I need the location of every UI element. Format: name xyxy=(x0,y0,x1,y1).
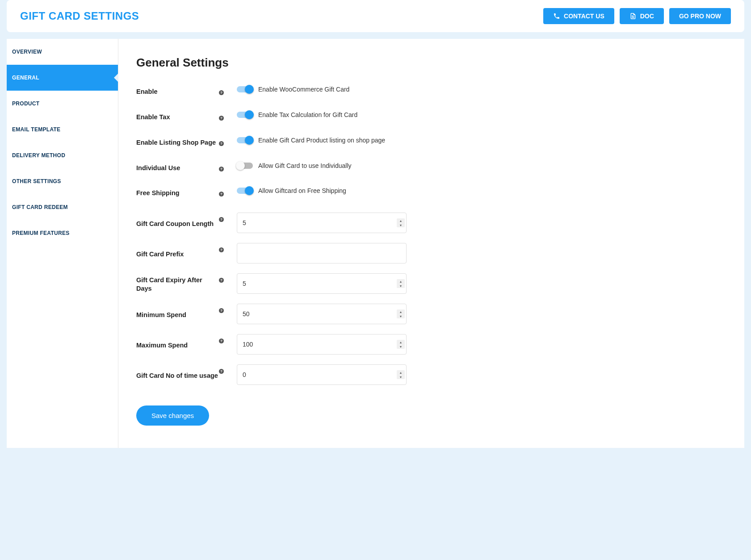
sidebar: OVERVIEW GENERAL PRODUCT EMAIL TEMPLATE … xyxy=(7,39,118,448)
desc-enable-tax: Enable Tax Calculation for Gift Card xyxy=(258,111,357,118)
chevron-down-icon[interactable]: ▼ xyxy=(397,314,405,318)
page-title: GIFT CARD SETTINGS xyxy=(20,10,139,22)
row-enable-tax: Enable Tax ? Enable Tax Calculation for … xyxy=(136,111,726,121)
doc-button[interactable]: DOC xyxy=(620,8,664,24)
spinner-min-spend[interactable]: ▲ ▼ xyxy=(397,309,405,318)
row-individual-use: Individual Use ? Allow Gift Card to use … xyxy=(136,162,726,172)
spinner-usage-times[interactable]: ▲ ▼ xyxy=(397,370,405,379)
chevron-up-icon[interactable]: ▲ xyxy=(397,218,405,223)
phone-icon xyxy=(553,13,560,20)
content-panel: General Settings Enable ? Enable WooComm… xyxy=(118,39,744,448)
input-usage-times[interactable] xyxy=(237,364,407,385)
sidebar-item-general[interactable]: GENERAL xyxy=(7,65,118,91)
chevron-up-icon[interactable]: ▲ xyxy=(397,309,405,314)
chevron-down-icon[interactable]: ▼ xyxy=(397,375,405,379)
sidebar-item-delivery-method[interactable]: DELIVERY METHOD xyxy=(7,142,118,168)
help-icon[interactable]: ? xyxy=(219,141,224,146)
label-enable-tax: Enable Tax xyxy=(136,111,219,121)
label-enable-listing: Enable Listing Shop Page xyxy=(136,137,219,147)
label-expiry-days: Gift Card Expiry After Days xyxy=(136,274,219,293)
label-prefix: Gift Card Prefix xyxy=(136,248,219,259)
sidebar-item-product[interactable]: PRODUCT xyxy=(7,91,118,117)
toggle-free-shipping[interactable] xyxy=(237,188,253,194)
help-icon[interactable]: ? xyxy=(219,308,224,313)
input-prefix[interactable] xyxy=(237,243,407,263)
chevron-up-icon[interactable]: ▲ xyxy=(397,279,405,284)
row-max-spend: Maximum Spend ? ▲ ▼ xyxy=(136,334,726,355)
page-header: GIFT CARD SETTINGS CONTACT US DOC GO PRO… xyxy=(7,0,744,32)
input-min-spend[interactable] xyxy=(237,304,407,324)
go-pro-button[interactable]: GO PRO NOW xyxy=(669,8,731,24)
chevron-up-icon[interactable]: ▲ xyxy=(397,340,405,344)
spinner-max-spend[interactable]: ▲ ▼ xyxy=(397,340,405,349)
desc-free-shipping: Allow Giftcard on Free Shipping xyxy=(258,187,346,194)
desc-enable-listing: Enable Gift Card Product listing on shop… xyxy=(258,137,385,144)
header-actions: CONTACT US DOC GO PRO NOW xyxy=(543,8,731,24)
spinner-coupon-length[interactable]: ▲ ▼ xyxy=(397,218,405,227)
help-icon[interactable]: ? xyxy=(219,217,224,222)
desc-enable: Enable WooCommerce Gift Card xyxy=(258,86,349,93)
label-max-spend: Maximum Spend xyxy=(136,339,219,350)
input-expiry-days[interactable] xyxy=(237,273,407,294)
label-coupon-length: Gift Card Coupon Length xyxy=(136,218,219,228)
help-icon[interactable]: ? xyxy=(219,247,224,252)
row-enable-listing: Enable Listing Shop Page ? Enable Gift C… xyxy=(136,137,726,147)
doc-label: DOC xyxy=(640,13,654,20)
row-coupon-length: Gift Card Coupon Length ? ▲ ▼ xyxy=(136,213,726,233)
content-heading: General Settings xyxy=(136,56,726,70)
desc-individual-use: Allow Gift Card to use Individually xyxy=(258,162,352,169)
chevron-down-icon[interactable]: ▼ xyxy=(397,284,405,288)
document-icon xyxy=(629,13,637,20)
chevron-down-icon[interactable]: ▼ xyxy=(397,223,405,227)
contact-us-button[interactable]: CONTACT US xyxy=(543,8,614,24)
input-max-spend[interactable] xyxy=(237,334,407,355)
help-icon[interactable]: ? xyxy=(219,167,224,171)
help-icon[interactable]: ? xyxy=(219,369,224,374)
label-min-spend: Minimum Spend xyxy=(136,309,219,319)
input-coupon-length[interactable] xyxy=(237,213,407,233)
toggle-individual-use[interactable] xyxy=(237,163,253,169)
label-individual-use: Individual Use xyxy=(136,162,219,172)
row-prefix: Gift Card Prefix ? xyxy=(136,243,726,263)
label-enable: Enable xyxy=(136,86,219,96)
sidebar-item-gift-card-redeem[interactable]: GIFT CARD REDEEM xyxy=(7,194,118,220)
sidebar-item-premium-features[interactable]: PREMIUM FEATURES xyxy=(7,220,118,246)
row-free-shipping: Free Shipping ? Allow Giftcard on Free S… xyxy=(136,187,726,197)
body-wrapper: OVERVIEW GENERAL PRODUCT EMAIL TEMPLATE … xyxy=(7,39,744,448)
contact-us-label: CONTACT US xyxy=(564,13,604,20)
sidebar-item-email-template[interactable]: EMAIL TEMPLATE xyxy=(7,117,118,142)
go-pro-label: GO PRO NOW xyxy=(679,13,721,20)
spinner-expiry-days[interactable]: ▲ ▼ xyxy=(397,279,405,288)
help-icon[interactable]: ? xyxy=(219,90,224,95)
help-icon[interactable]: ? xyxy=(219,192,224,196)
chevron-up-icon[interactable]: ▲ xyxy=(397,370,405,375)
toggle-enable[interactable] xyxy=(237,86,253,92)
chevron-down-icon[interactable]: ▼ xyxy=(397,344,405,349)
help-icon[interactable]: ? xyxy=(219,278,224,283)
toggle-enable-listing[interactable] xyxy=(237,137,253,143)
row-min-spend: Minimum Spend ? ▲ ▼ xyxy=(136,304,726,324)
label-free-shipping: Free Shipping xyxy=(136,187,219,197)
sidebar-item-overview[interactable]: OVERVIEW xyxy=(7,39,118,65)
sidebar-item-other-settings[interactable]: OTHER SETTINGS xyxy=(7,168,118,194)
toggle-enable-tax[interactable] xyxy=(237,112,253,118)
row-expiry-days: Gift Card Expiry After Days ? ▲ ▼ xyxy=(136,273,726,294)
help-icon[interactable]: ? xyxy=(219,116,224,121)
label-usage-times: Gift Card No of time usage xyxy=(136,370,219,380)
help-icon[interactable]: ? xyxy=(219,339,224,343)
row-enable: Enable ? Enable WooCommerce Gift Card xyxy=(136,86,726,96)
row-usage-times: Gift Card No of time usage ? ▲ ▼ xyxy=(136,364,726,385)
save-changes-button[interactable]: Save changes xyxy=(136,405,209,426)
